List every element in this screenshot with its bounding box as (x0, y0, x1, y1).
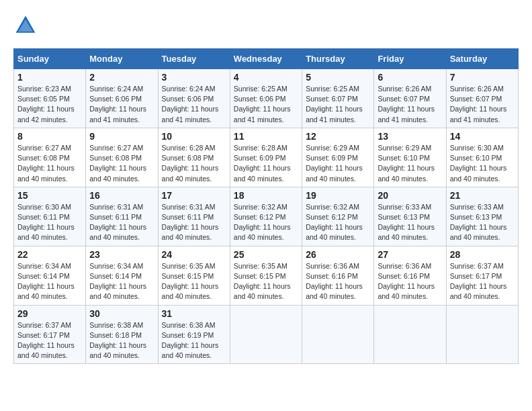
day-number: 16 (89, 190, 154, 201)
day-number: 14 (450, 131, 515, 142)
day-info: Sunrise: 6:24 AMSunset: 6:06 PMDaylight:… (89, 85, 146, 124)
day-info: Sunrise: 6:36 AMSunset: 6:16 PMDaylight:… (378, 262, 435, 301)
weekday-header-row: SundayMondayTuesdayWednesdayThursdayFrid… (14, 49, 519, 69)
calendar-week-row: 8 Sunrise: 6:27 AMSunset: 6:08 PMDayligh… (14, 128, 519, 187)
table-row: 17 Sunrise: 6:31 AMSunset: 6:11 PMDaylig… (158, 187, 230, 246)
day-number: 17 (162, 190, 226, 201)
day-number: 6 (378, 72, 442, 83)
day-info: Sunrise: 6:28 AMSunset: 6:09 PMDaylight:… (234, 144, 291, 183)
day-info: Sunrise: 6:35 AMSunset: 6:15 PMDaylight:… (162, 262, 219, 301)
calendar-week-row: 29 Sunrise: 6:37 AMSunset: 6:17 PMDaylig… (14, 305, 519, 364)
day-number: 25 (234, 249, 298, 260)
day-number: 31 (162, 308, 226, 319)
table-row: 20 Sunrise: 6:33 AMSunset: 6:13 PMDaylig… (374, 187, 446, 246)
table-row: 18 Sunrise: 6:32 AMSunset: 6:12 PMDaylig… (230, 187, 302, 246)
day-number: 3 (162, 72, 226, 83)
table-row: 6 Sunrise: 6:26 AMSunset: 6:07 PMDayligh… (374, 69, 446, 128)
table-row: 27 Sunrise: 6:36 AMSunset: 6:16 PMDaylig… (374, 246, 446, 305)
logo (13, 13, 40, 38)
day-number: 13 (378, 131, 442, 142)
table-row: 2 Sunrise: 6:24 AMSunset: 6:06 PMDayligh… (86, 69, 158, 128)
day-info: Sunrise: 6:28 AMSunset: 6:08 PMDaylight:… (162, 144, 219, 183)
table-row (230, 305, 302, 364)
day-number: 22 (17, 249, 82, 260)
day-info: Sunrise: 6:27 AMSunset: 6:08 PMDaylight:… (89, 144, 146, 183)
day-number: 26 (306, 249, 370, 260)
table-row: 21 Sunrise: 6:33 AMSunset: 6:13 PMDaylig… (446, 187, 518, 246)
table-row: 12 Sunrise: 6:29 AMSunset: 6:09 PMDaylig… (302, 128, 374, 187)
day-info: Sunrise: 6:32 AMSunset: 6:12 PMDaylight:… (306, 203, 363, 242)
day-number: 10 (162, 131, 226, 142)
table-row: 29 Sunrise: 6:37 AMSunset: 6:17 PMDaylig… (14, 305, 86, 364)
table-row: 8 Sunrise: 6:27 AMSunset: 6:08 PMDayligh… (14, 128, 86, 187)
day-info: Sunrise: 6:30 AMSunset: 6:11 PMDaylight:… (17, 203, 75, 242)
day-info: Sunrise: 6:33 AMSunset: 6:13 PMDaylight:… (450, 203, 507, 242)
table-row: 16 Sunrise: 6:31 AMSunset: 6:11 PMDaylig… (86, 187, 158, 246)
table-row: 3 Sunrise: 6:24 AMSunset: 6:06 PMDayligh… (158, 69, 230, 128)
table-row: 10 Sunrise: 6:28 AMSunset: 6:08 PMDaylig… (158, 128, 230, 187)
table-row: 19 Sunrise: 6:32 AMSunset: 6:12 PMDaylig… (302, 187, 374, 246)
table-row: 26 Sunrise: 6:36 AMSunset: 6:16 PMDaylig… (302, 246, 374, 305)
table-row: 7 Sunrise: 6:26 AMSunset: 6:07 PMDayligh… (446, 69, 518, 128)
day-number: 4 (234, 72, 298, 83)
day-info: Sunrise: 6:29 AMSunset: 6:09 PMDaylight:… (306, 144, 363, 183)
day-info: Sunrise: 6:34 AMSunset: 6:14 PMDaylight:… (17, 262, 75, 301)
table-row: 9 Sunrise: 6:27 AMSunset: 6:08 PMDayligh… (86, 128, 158, 187)
day-number: 27 (378, 249, 442, 260)
day-number: 29 (17, 308, 82, 319)
table-row (302, 305, 374, 364)
day-number: 18 (234, 190, 298, 201)
day-info: Sunrise: 6:26 AMSunset: 6:07 PMDaylight:… (378, 85, 435, 124)
table-row: 15 Sunrise: 6:30 AMSunset: 6:11 PMDaylig… (14, 187, 86, 246)
day-info: Sunrise: 6:29 AMSunset: 6:10 PMDaylight:… (378, 144, 435, 183)
day-info: Sunrise: 6:24 AMSunset: 6:06 PMDaylight:… (162, 85, 219, 124)
day-number: 30 (89, 308, 154, 319)
day-info: Sunrise: 6:37 AMSunset: 6:17 PMDaylight:… (450, 262, 507, 301)
table-row: 5 Sunrise: 6:25 AMSunset: 6:07 PMDayligh… (302, 69, 374, 128)
day-info: Sunrise: 6:35 AMSunset: 6:15 PMDaylight:… (234, 262, 291, 301)
day-info: Sunrise: 6:30 AMSunset: 6:10 PMDaylight:… (450, 144, 507, 183)
weekday-header-wednesday: Wednesday (230, 49, 302, 69)
table-row (446, 305, 518, 364)
day-number: 5 (306, 72, 370, 83)
day-info: Sunrise: 6:37 AMSunset: 6:17 PMDaylight:… (17, 321, 75, 360)
table-row: 22 Sunrise: 6:34 AMSunset: 6:14 PMDaylig… (14, 246, 86, 305)
table-row: 14 Sunrise: 6:30 AMSunset: 6:10 PMDaylig… (446, 128, 518, 187)
day-number: 2 (89, 72, 154, 83)
day-info: Sunrise: 6:25 AMSunset: 6:07 PMDaylight:… (306, 85, 363, 124)
day-info: Sunrise: 6:26 AMSunset: 6:07 PMDaylight:… (450, 85, 507, 124)
day-number: 21 (450, 190, 515, 201)
day-number: 23 (89, 249, 154, 260)
day-info: Sunrise: 6:31 AMSunset: 6:11 PMDaylight:… (89, 203, 146, 242)
day-number: 9 (89, 131, 154, 142)
day-number: 11 (234, 131, 298, 142)
table-row: 4 Sunrise: 6:25 AMSunset: 6:06 PMDayligh… (230, 69, 302, 128)
calendar-week-row: 15 Sunrise: 6:30 AMSunset: 6:11 PMDaylig… (14, 187, 519, 246)
weekday-header-friday: Friday (374, 49, 446, 69)
weekday-header-monday: Monday (86, 49, 158, 69)
day-info: Sunrise: 6:38 AMSunset: 6:18 PMDaylight:… (89, 321, 146, 360)
day-info: Sunrise: 6:27 AMSunset: 6:08 PMDaylight:… (17, 144, 75, 183)
table-row (374, 305, 446, 364)
table-row: 25 Sunrise: 6:35 AMSunset: 6:15 PMDaylig… (230, 246, 302, 305)
day-info: Sunrise: 6:32 AMSunset: 6:12 PMDaylight:… (234, 203, 291, 242)
day-info: Sunrise: 6:33 AMSunset: 6:13 PMDaylight:… (378, 203, 435, 242)
table-row: 11 Sunrise: 6:28 AMSunset: 6:09 PMDaylig… (230, 128, 302, 187)
day-number: 12 (306, 131, 370, 142)
day-info: Sunrise: 6:31 AMSunset: 6:11 PMDaylight:… (162, 203, 219, 242)
calendar-table: SundayMondayTuesdayWednesdayThursdayFrid… (13, 48, 519, 364)
weekday-header-sunday: Sunday (14, 49, 86, 69)
table-row: 31 Sunrise: 6:38 AMSunset: 6:19 PMDaylig… (158, 305, 230, 364)
day-number: 20 (378, 190, 442, 201)
weekday-header-tuesday: Tuesday (158, 49, 230, 69)
logo-icon (13, 13, 38, 38)
day-info: Sunrise: 6:25 AMSunset: 6:06 PMDaylight:… (234, 85, 291, 124)
day-number: 28 (450, 249, 515, 260)
day-number: 15 (17, 190, 82, 201)
calendar-week-row: 22 Sunrise: 6:34 AMSunset: 6:14 PMDaylig… (14, 246, 519, 305)
day-info: Sunrise: 6:36 AMSunset: 6:16 PMDaylight:… (306, 262, 363, 301)
calendar-week-row: 1 Sunrise: 6:23 AMSunset: 6:05 PMDayligh… (14, 69, 519, 128)
table-row: 30 Sunrise: 6:38 AMSunset: 6:18 PMDaylig… (86, 305, 158, 364)
weekday-header-thursday: Thursday (302, 49, 374, 69)
table-row: 13 Sunrise: 6:29 AMSunset: 6:10 PMDaylig… (374, 128, 446, 187)
